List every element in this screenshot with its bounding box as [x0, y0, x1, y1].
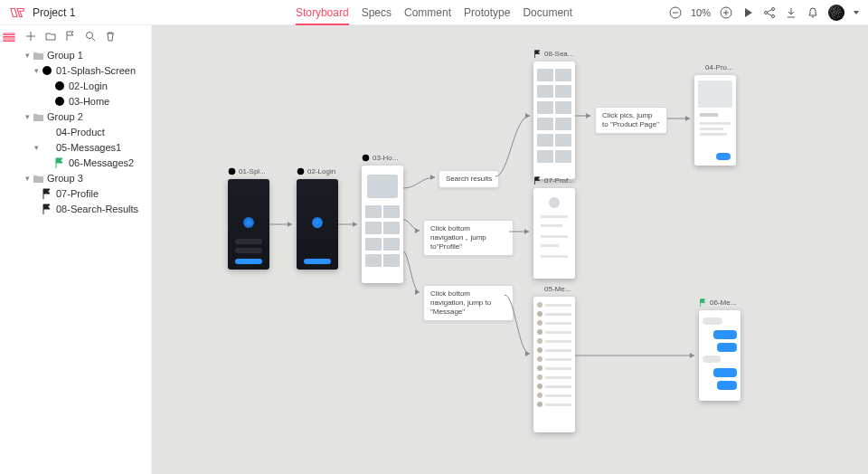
tree-group-3[interactable]: ▾Group 3: [18, 170, 151, 185]
flag-button[interactable]: [65, 31, 76, 42]
play-button[interactable]: [741, 6, 754, 19]
zoom-out-button[interactable]: [669, 6, 682, 19]
frame-home[interactable]: 03-Ho...: [362, 166, 403, 283]
flag-icon: [699, 299, 707, 307]
half-icon: [533, 285, 542, 293]
frame-product[interactable]: 04-Pro...: [694, 75, 736, 166]
storyboard-canvas[interactable]: 01-Spl... 02-Login 03-Ho... 08-Sea...: [152, 25, 868, 474]
tree-messages2[interactable]: 06-Messages2: [18, 155, 151, 170]
tree-splash-screen[interactable]: ▾01-Splash-Screen: [18, 62, 151, 78]
check-icon: [297, 167, 305, 175]
connector: [575, 351, 699, 360]
delete-button[interactable]: [105, 31, 116, 42]
svg-rect-9: [4, 40, 14, 42]
tab-document[interactable]: Document: [523, 0, 572, 25]
left-rail: [0, 25, 18, 474]
check-icon: [362, 154, 370, 162]
notifications-button[interactable]: [807, 6, 819, 19]
search-button[interactable]: [85, 31, 96, 42]
connector: [269, 220, 297, 229]
zoom-level: 10%: [691, 7, 711, 18]
new-folder-button[interactable]: [45, 31, 56, 42]
project-title[interactable]: Project 1: [33, 6, 75, 19]
connector: [575, 111, 595, 120]
tree-group-1[interactable]: ▾Group 1: [18, 47, 151, 62]
svg-point-10: [87, 33, 93, 39]
tree-login[interactable]: 02-Login: [18, 78, 151, 93]
sidebar-toolbar: [18, 29, 151, 47]
tab-specs[interactable]: Specs: [362, 0, 392, 25]
frame-splash[interactable]: 01-Spl...: [228, 179, 269, 270]
half-icon: [694, 63, 703, 71]
connector: [509, 227, 533, 236]
frame-messages[interactable]: 05-Me...: [533, 297, 575, 432]
frame-login[interactable]: 02-Login: [297, 179, 338, 270]
connector: [403, 175, 439, 193]
note-to-product[interactable]: Click pics, jump to "Product Page": [595, 107, 667, 134]
app-logo[interactable]: [9, 6, 25, 19]
account-menu-caret-icon[interactable]: [854, 11, 859, 14]
share-button[interactable]: [763, 6, 776, 19]
flag-icon: [533, 50, 542, 58]
svg-rect-7: [4, 33, 14, 35]
svg-rect-8: [4, 37, 14, 39]
tree-group-2[interactable]: ▾Group 2: [18, 109, 151, 124]
tree-messages1[interactable]: ▾05-Messages1: [18, 139, 151, 155]
connector: [495, 111, 533, 179]
top-tabs: Storyboard Specs Comment Prototype Docum…: [296, 0, 572, 24]
connector: [403, 220, 423, 238]
tab-prototype[interactable]: Prototype: [464, 0, 510, 25]
add-button[interactable]: [25, 31, 36, 42]
flag-icon: [533, 176, 542, 185]
frame-profile[interactable]: 07-Prof...: [533, 188, 575, 279]
connector: [505, 292, 533, 360]
note-search-results[interactable]: Search results: [439, 170, 499, 188]
tree-home[interactable]: 03-Home: [18, 93, 151, 109]
download-button[interactable]: [785, 6, 797, 19]
note-to-profile[interactable]: Click bottom navigation，jump to"Profile": [423, 220, 514, 256]
zoom-in-button[interactable]: [720, 6, 732, 19]
sidebar: ▾Group 1 ▾01-Splash-Screen 02-Login 03-H…: [18, 25, 152, 474]
page-tree: ▾Group 1 ▾01-Splash-Screen 02-Login 03-H…: [18, 47, 151, 216]
tree-product[interactable]: 04-Product: [18, 124, 151, 139]
avatar[interactable]: [828, 5, 844, 21]
tab-comment[interactable]: Comment: [404, 0, 451, 25]
note-to-message[interactable]: Click bottom navigation, jump to "Messag…: [423, 285, 514, 321]
tree-search-results[interactable]: 08-Search-Results: [18, 201, 151, 216]
connector: [667, 114, 694, 123]
connector: [403, 251, 423, 297]
connector: [338, 220, 362, 229]
rail-storyboard-icon[interactable]: [3, 31, 15, 43]
tab-storyboard[interactable]: Storyboard: [296, 0, 349, 25]
frame-search-results[interactable]: 08-Sea...: [533, 62, 575, 179]
header: Project 1 Storyboard Specs Comment Proto…: [0, 0, 868, 25]
frame-messages2[interactable]: 06-Me...: [699, 310, 741, 401]
tree-profile[interactable]: 07-Profile: [18, 185, 151, 201]
check-icon: [228, 167, 236, 175]
